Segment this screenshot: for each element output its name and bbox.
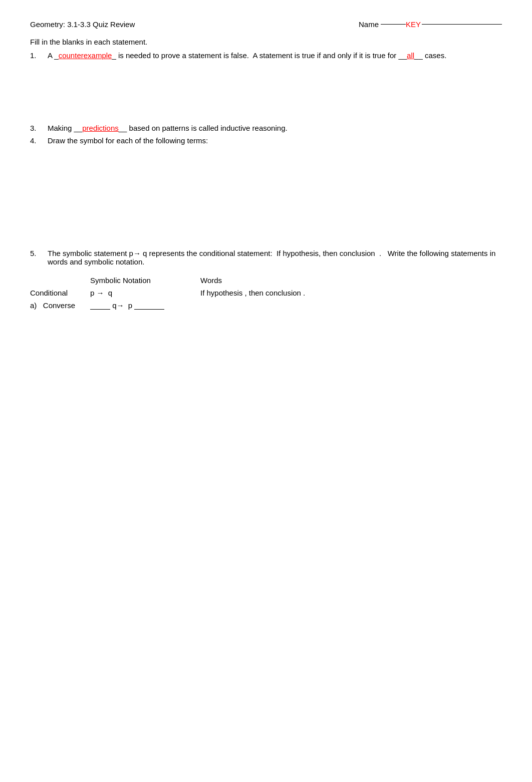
- question-3: 3. Making __predictions__ based on patte…: [30, 124, 502, 132]
- q1-content: A _counterexample_ is needed to prove a …: [48, 51, 502, 60]
- page-header: Geometry: 3.1-3.3 Quiz Review Name KEY: [30, 20, 502, 29]
- question-1: 1. A _counterexample_ is needed to prove…: [30, 51, 502, 60]
- row-converse-symbolic: q→ p: [90, 301, 200, 310]
- name-blank: [381, 24, 406, 25]
- instructions: Fill in the blanks in each statement.: [30, 38, 502, 46]
- col-symbolic-header: Symbolic Notation: [90, 276, 200, 285]
- converse-letter: a): [30, 301, 43, 310]
- table-section: Symbolic Notation Words Conditional p → …: [30, 276, 502, 310]
- name-line: [422, 24, 502, 25]
- q4-content: Draw the symbol for each of the followin…: [48, 136, 502, 145]
- q4-number: 4.: [30, 136, 48, 145]
- row-conditional-symbolic: p → q: [90, 289, 200, 297]
- name-label: Name: [359, 20, 379, 29]
- name-key-value: KEY: [406, 20, 421, 29]
- spacer-1: [30, 64, 502, 124]
- name-field: Name KEY: [359, 20, 502, 29]
- row-conditional-words: If hypothesis , then conclusion .: [200, 289, 351, 297]
- q3-content: Making __predictions__ based on patterns…: [48, 124, 502, 132]
- q5-number: 5.: [30, 249, 48, 266]
- q1-number: 1.: [30, 51, 48, 60]
- row-conditional-label: Conditional: [30, 289, 90, 297]
- spacer-2: [30, 149, 502, 249]
- converse-label: Converse: [43, 301, 75, 310]
- question-5: 5. The symbolic statement p→ q represent…: [30, 249, 502, 266]
- table-header-row: Symbolic Notation Words: [90, 276, 502, 285]
- q1-answer1: counterexample: [59, 51, 112, 60]
- converse-blank-after: [134, 309, 164, 310]
- q3-number: 3.: [30, 124, 48, 132]
- row-converse-letter-label: a) Converse: [30, 301, 90, 310]
- page-title: Geometry: 3.1-3.3 Quiz Review: [30, 20, 135, 29]
- converse-blank-before: [90, 309, 110, 310]
- question-4: 4. Draw the symbol for each of the follo…: [30, 136, 502, 145]
- q3-answer1: predictions: [82, 124, 119, 132]
- table-row-converse: a) Converse q→ p: [30, 301, 502, 310]
- table-row-conditional: Conditional p → q If hypothesis , then c…: [30, 289, 502, 297]
- q5-content: The symbolic statement p→ q represents t…: [48, 249, 502, 266]
- q1-answer2: all: [407, 51, 414, 60]
- col-words-header: Words: [200, 276, 311, 285]
